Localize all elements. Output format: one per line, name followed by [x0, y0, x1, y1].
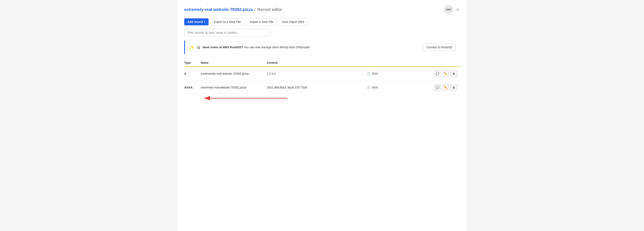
- connect-route53-button[interactable]: Connect to Route53: [423, 44, 456, 51]
- star-icon[interactable]: ★: [456, 7, 460, 12]
- table-row: A a.extremely-real-website-78392.pizza 1…: [184, 66, 460, 81]
- banner-content: ✨ 🖨 Have zones at AWS Route53? You can n…: [189, 45, 310, 50]
- route53-banner: ✨ 🖨 Have zones at AWS Route53? You can n…: [184, 40, 460, 54]
- comment-button[interactable]: 💬: [434, 84, 441, 91]
- header-right: DNS ★: [444, 5, 460, 14]
- filter-bar: [184, 29, 460, 36]
- record-ttl: 🕐 3600: [367, 81, 398, 94]
- record-content: 1.2.3.4: [267, 66, 367, 81]
- records-table: Type Name Content A a.extremely-real-web…: [184, 59, 460, 94]
- printer-icon: 🖨: [196, 45, 200, 50]
- col-header-content: Content: [267, 59, 367, 66]
- table-header-row: Type Name Content: [184, 59, 460, 66]
- page-header: extremely-real-website-78392.pizza / Rec…: [184, 5, 460, 14]
- filter-input[interactable]: [184, 29, 271, 36]
- ttl-value: 3600: [372, 86, 378, 89]
- record-name: extremely-real-website-78392.pizza: [201, 81, 267, 94]
- edit-button[interactable]: ✏️: [442, 84, 449, 91]
- record-type: A: [184, 66, 201, 81]
- record-actions: 💬 ✏️ 🗑: [399, 66, 460, 81]
- record-type: AAAA: [184, 81, 201, 94]
- records-table-wrapper: Type Name Content A a.extremely-real-web…: [184, 59, 460, 94]
- page-title: Record editor: [257, 7, 282, 12]
- record-content: 2001:db8:85a3::8a2e:370:7334: [267, 81, 367, 94]
- col-header-type: Type: [184, 59, 201, 66]
- record-ttl: 🕐 3600: [367, 66, 398, 81]
- ttl-value: 3600: [372, 72, 378, 75]
- banner-text: Have zones at AWS Route53? You can now m…: [202, 46, 310, 49]
- import-zone-button[interactable]: Import a Zone File: [246, 18, 277, 26]
- comment-button[interactable]: 💬: [434, 70, 441, 77]
- clock-icon: 🕐: [367, 72, 370, 75]
- auto-import-button[interactable]: Auto import DNS: [279, 18, 308, 26]
- col-header-name: Name: [201, 59, 267, 66]
- dropdown-caret-icon: ▾: [204, 21, 205, 23]
- add-record-button[interactable]: Add record ▾: [184, 18, 208, 25]
- breadcrumb-separator: /: [254, 7, 256, 12]
- clock-icon: 🕐: [367, 86, 370, 89]
- toolbar: Add record ▾ Export to a Zone File Impor…: [184, 18, 460, 26]
- sparkle-icon: ✨: [189, 45, 194, 50]
- record-actions: 💬 ✏️ 🗑: [399, 81, 460, 94]
- table-row: AAAA extremely-real-website-78392.pizza …: [184, 81, 460, 94]
- domain-link[interactable]: extremely-real-website-78392.pizza: [184, 7, 253, 12]
- export-zone-button[interactable]: Export to a Zone File: [210, 18, 244, 26]
- dns-badge[interactable]: DNS: [444, 5, 453, 14]
- delete-button[interactable]: 🗑: [450, 84, 457, 91]
- record-name: a.extremely-real-website-78392.pizza: [201, 66, 267, 81]
- delete-button[interactable]: 🗑: [450, 70, 457, 77]
- breadcrumb: extremely-real-website-78392.pizza / Rec…: [184, 7, 282, 12]
- edit-button[interactable]: ✏️: [442, 70, 449, 77]
